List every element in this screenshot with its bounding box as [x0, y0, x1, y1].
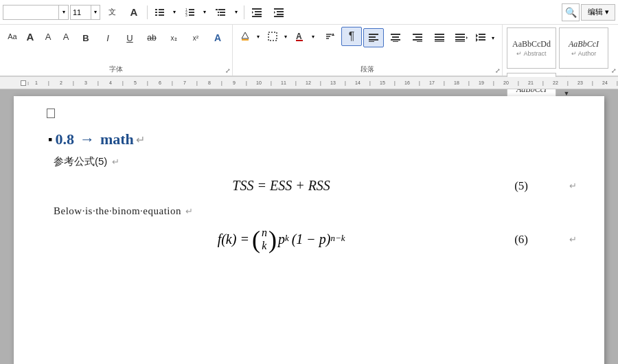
edit-button[interactable]: 编辑 ▾	[581, 4, 615, 21]
subscript-btn[interactable]: x₂	[163, 28, 184, 47]
ordered-list-btn[interactable]: 123 ▾	[181, 3, 209, 22]
border-arrow[interactable]: ▾	[281, 27, 290, 46]
style-abstract-sub: ↵ Abstract	[516, 50, 546, 57]
font-group-label: 字体	[4, 63, 228, 74]
font-size-dropdown[interactable]: 11 ▾	[70, 5, 100, 20]
superscript-btn[interactable]: x²	[185, 28, 206, 47]
svg-rect-3	[159, 12, 164, 13]
clear-format-btn[interactable]: A	[58, 27, 74, 46]
border-icon	[268, 32, 277, 41]
font-group-expand[interactable]: ⤢	[225, 67, 231, 74]
svg-rect-19	[255, 11, 262, 12]
svg-rect-56	[455, 41, 465, 42]
styles-group-expand[interactable]: ⤢	[611, 67, 617, 74]
svg-rect-26	[274, 16, 284, 17]
styles-group: AaBbCcDd ↵ Abstract AaBbCcI ↵ ↵ AuthorAu…	[503, 25, 618, 76]
distributed-btn[interactable]	[451, 28, 472, 47]
font-shrink-btn[interactable]: A	[40, 27, 56, 46]
line-spacing-btn[interactable]: ▾	[473, 28, 498, 47]
document-page[interactable]: ▪ 0.8 → math ↵ 参考公式(5) ↵ TSS = ESS + RSS…	[14, 96, 604, 364]
unordered-list-main[interactable]	[150, 3, 170, 22]
eq2-n: n	[262, 227, 267, 239]
svg-rect-46	[415, 36, 422, 38]
font-color-arrow[interactable]: ▾	[308, 27, 318, 46]
align-left-btn[interactable]	[363, 28, 384, 47]
svg-rect-13	[218, 9, 225, 10]
distributed-icon	[455, 34, 468, 42]
align-justify-btn[interactable]	[429, 28, 450, 47]
font-size-arrow[interactable]: ▾	[91, 5, 100, 19]
font-color-main[interactable]: A	[292, 27, 308, 46]
svg-rect-4	[155, 14, 157, 16]
font-group-body: Aa A A A B I U	[4, 27, 228, 63]
svg-rect-53	[455, 34, 465, 35]
line-spacing-icon	[476, 34, 485, 42]
svg-marker-61	[476, 34, 478, 38]
svg-rect-48	[417, 41, 422, 42]
font-style-btn[interactable]: A	[207, 28, 228, 47]
strikethrough-btn[interactable]: ab	[141, 28, 162, 47]
sort-btn[interactable]	[319, 27, 340, 46]
ordered-list-arrow[interactable]: ▾	[200, 3, 209, 22]
svg-rect-51	[435, 39, 444, 41]
decrease-indent-btn[interactable]	[247, 3, 268, 22]
font-theme-btn[interactable]: Aa	[4, 27, 21, 46]
para1: 参考公式(5) ↵	[54, 155, 577, 168]
unordered-list-btn[interactable]: ▾	[150, 3, 179, 22]
highlight-arrow[interactable]: ▾	[253, 27, 263, 46]
font-name-arrow[interactable]: ▾	[58, 5, 68, 19]
show-marks-btn[interactable]: ¶	[341, 27, 362, 46]
outline-list-arrow[interactable]: ▾	[231, 3, 241, 22]
highlight-main[interactable]	[237, 27, 253, 46]
para2-mark: ↵	[185, 206, 193, 216]
unordered-list-arrow[interactable]: ▾	[170, 3, 179, 22]
font-grow-btn[interactable]: A	[22, 27, 38, 46]
paragraph-group-expand[interactable]: ⤢	[495, 67, 501, 74]
equation1-number: (5)	[514, 179, 528, 193]
outline-list-main[interactable]	[211, 3, 231, 22]
line-spacing-main[interactable]	[473, 28, 488, 47]
underline-btn[interactable]: U	[119, 28, 140, 47]
border-btn[interactable]: ▾	[264, 27, 290, 46]
font-color-btn[interactable]: A ▾	[292, 27, 318, 46]
svg-rect-18	[252, 8, 262, 10]
style-author-card[interactable]: AaBbCcI ↵ ↵ AuthorAuthor	[559, 27, 608, 69]
font-a-large-icon: A	[130, 6, 138, 18]
border-main[interactable]	[264, 27, 281, 46]
eq2-p: p	[278, 231, 285, 247]
italic-btn[interactable]: I	[98, 28, 118, 47]
svg-marker-62	[476, 38, 478, 42]
svg-rect-21	[252, 16, 262, 17]
align-right-btn[interactable]	[407, 28, 428, 47]
eq2-mid: (1 − p)	[292, 231, 331, 247]
svg-marker-57	[466, 36, 468, 39]
ordered-list-main[interactable]: 123	[181, 3, 200, 22]
outline-list-btn[interactable]: ▾	[211, 3, 241, 22]
svg-rect-24	[277, 11, 284, 12]
font-group: Aa A A A B I U	[0, 25, 233, 76]
font-name-dropdown[interactable]: ▾	[3, 5, 69, 20]
svg-rect-30	[268, 32, 277, 41]
heading-para-mark: ↵	[136, 133, 145, 146]
font-theme-icon: Aa	[8, 32, 16, 41]
wen-icon-btn[interactable]: 文	[102, 3, 122, 22]
search-button[interactable]: 🔍	[562, 3, 580, 21]
eq2-k-sup: k	[285, 233, 289, 244]
bold-btn[interactable]: B	[76, 28, 96, 47]
align-left-icon	[369, 34, 378, 42]
svg-marker-28	[242, 32, 249, 38]
svg-rect-42	[392, 36, 399, 38]
svg-rect-0	[155, 9, 157, 10]
superscript-icon: x²	[193, 34, 198, 42]
align-center-btn[interactable]	[385, 28, 406, 47]
increase-indent-btn[interactable]	[269, 3, 290, 22]
highlight-btn[interactable]: ▾	[237, 27, 263, 46]
ribbon-row1: ▾ 11 ▾ 文 A ▾ 123 ▾ ▾	[0, 0, 618, 25]
line-spacing-arrow[interactable]: ▾	[488, 28, 498, 47]
bold-icon: B	[82, 33, 89, 43]
eq2-binom-frac: n k	[262, 227, 267, 252]
para2-text: Below·is·the·binom·equation	[54, 205, 181, 216]
equation2-expr: f(k) = ( n k ) p k (1 − p) n−k	[218, 227, 345, 252]
style-abstract-card[interactable]: AaBbCcDd ↵ Abstract	[507, 27, 556, 69]
font-a-large-btn[interactable]: A	[124, 3, 144, 22]
